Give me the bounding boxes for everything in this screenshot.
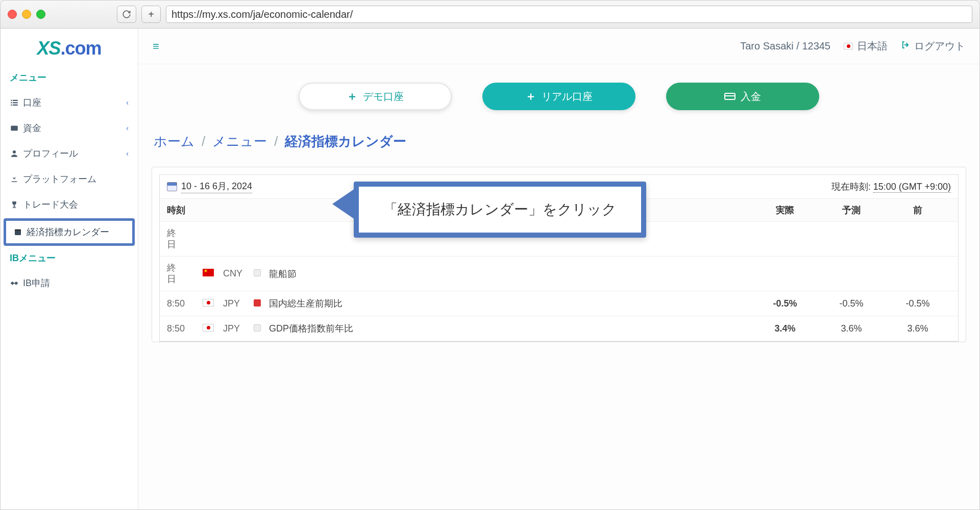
- calendar-small-icon: [167, 182, 177, 191]
- row-event: 国内総生産前期比: [269, 297, 752, 310]
- svg-point-7: [13, 150, 16, 154]
- sidebar-item-label: IB申請: [23, 277, 50, 289]
- row-previous: -0.5%: [885, 298, 951, 309]
- sidebar-item-ib-apply[interactable]: IB申請: [1, 270, 138, 296]
- breadcrumb-menu[interactable]: メニュー: [212, 133, 267, 150]
- list-icon: [10, 98, 23, 107]
- sidebar-item-label: 資金: [23, 122, 41, 134]
- date-range-label: 10 - 16 6月, 2024: [181, 180, 252, 193]
- minimize-window-icon[interactable]: [22, 10, 31, 19]
- breadcrumb-home[interactable]: ホーム: [154, 133, 194, 150]
- flag-jp-icon: [203, 299, 214, 307]
- demo-account-button[interactable]: ＋ デモ口座: [299, 83, 452, 110]
- svg-rect-0: [11, 100, 12, 101]
- sidebar-item-platform[interactable]: プラットフォーム: [1, 166, 138, 192]
- sidebar-item-contest[interactable]: トレード大会: [1, 192, 138, 217]
- svg-rect-6: [11, 126, 18, 131]
- plus-icon: ＋: [347, 89, 358, 104]
- flag-jp-icon: [844, 43, 853, 49]
- breadcrumb-sep: /: [274, 134, 278, 149]
- new-tab-button[interactable]: +: [141, 6, 161, 23]
- row-flag: [203, 298, 223, 309]
- svg-rect-3: [13, 102, 18, 103]
- calendar-panel: 10 - 16 6月, 2024 現在時刻: 15:00 (GMT +9:00)…: [152, 167, 966, 342]
- header-forecast: 予測: [818, 204, 885, 216]
- current-time: 現在時刻: 15:00 (GMT +9:00): [831, 181, 951, 193]
- maximize-window-icon[interactable]: [36, 10, 45, 19]
- sidebar: XS.com メニュー 口座 ‹ 資金 ‹ プロフィール ‹ プラットフォーム …: [1, 29, 138, 509]
- deposit-button[interactable]: 入金: [666, 83, 819, 110]
- logo-com: com: [65, 38, 102, 59]
- logo[interactable]: XS.com: [1, 29, 138, 66]
- chevron-left-icon: ‹: [126, 124, 129, 132]
- row-forecast: -0.5%: [818, 298, 885, 309]
- deposit-label: 入金: [741, 90, 761, 104]
- callout-arrow-icon: [332, 189, 355, 219]
- url-bar[interactable]: https://my.xs.com/ja/economic-calendar/: [166, 6, 972, 23]
- language-selector[interactable]: 日本語: [844, 39, 888, 53]
- now-label: 現在時刻:: [831, 182, 871, 192]
- svg-rect-9: [15, 230, 21, 231]
- sidebar-item-label: トレード大会: [23, 198, 78, 211]
- row-flag: [203, 323, 223, 334]
- importance-icon: [254, 269, 261, 276]
- sidebar-item-label: 経済指標カレンダー: [27, 226, 109, 238]
- row-time: 8:50: [167, 323, 203, 335]
- sidebar-item-account[interactable]: 口座 ‹: [1, 90, 138, 115]
- row-flag: [203, 268, 223, 279]
- main-content: ≡ Taro Sasaki / 12345 日本語 ログアウト ＋ デモ口座 ＋…: [138, 29, 979, 509]
- handshake-icon: [10, 278, 23, 288]
- instruction-callout: 「経済指標カレンダー」をクリック: [354, 182, 646, 238]
- row-importance: [254, 268, 269, 279]
- sidebar-item-calendar[interactable]: 経済指標カレンダー: [4, 218, 135, 246]
- header-actual: 実際: [752, 204, 818, 216]
- row-actual: 3.4%: [752, 323, 818, 334]
- account-actions: ＋ デモ口座 ＋ リアル口座 入金: [138, 64, 979, 129]
- svg-rect-5: [13, 105, 18, 106]
- breadcrumb-current: 経済指標カレンダー: [285, 133, 406, 150]
- sidebar-section-menu: メニュー: [1, 66, 138, 90]
- sidebar-item-label: 口座: [23, 96, 41, 109]
- calendar-row[interactable]: 8:50JPY国内総生産前期比-0.5%-0.5%-0.5%: [160, 291, 958, 316]
- chevron-left-icon: ‹: [126, 98, 129, 107]
- importance-icon: [254, 299, 261, 307]
- row-previous: 3.6%: [885, 323, 951, 334]
- calendar-rows: 終日終日CNY龍船節8:50JPY国内総生産前期比-0.5%-0.5%-0.5%…: [160, 222, 958, 341]
- svg-rect-2: [11, 102, 12, 103]
- sidebar-item-funds[interactable]: 資金 ‹: [1, 115, 138, 141]
- url-text: https://my.xs.com/ja/economic-calendar/: [172, 9, 353, 20]
- app-shell: XS.com メニュー 口座 ‹ 資金 ‹ プロフィール ‹ プラットフォーム …: [0, 29, 980, 510]
- row-currency: JPY: [223, 298, 254, 309]
- real-account-button[interactable]: ＋ リアル口座: [482, 83, 635, 110]
- sidebar-item-label: プロフィール: [23, 147, 78, 160]
- calendar-row[interactable]: 終日CNY龍船節: [160, 257, 958, 291]
- trophy-icon: [10, 200, 23, 209]
- demo-label: デモ口座: [363, 90, 404, 104]
- sidebar-section-ib: IBメニュー: [1, 247, 138, 270]
- logout-icon: [901, 40, 910, 52]
- logo-dot: .: [60, 38, 65, 59]
- row-event: GDP価格指数前年比: [269, 322, 752, 335]
- calendar-row[interactable]: 8:50JPYGDP価格指数前年比3.4%3.6%3.6%: [160, 316, 958, 341]
- card-icon: [724, 93, 736, 100]
- date-range-picker[interactable]: 10 - 16 6月, 2024: [167, 180, 252, 193]
- svg-rect-4: [11, 105, 12, 106]
- logout-label: ログアウト: [914, 39, 965, 53]
- calendar-icon: [13, 227, 27, 237]
- reload-button[interactable]: [117, 6, 136, 23]
- user-label[interactable]: Taro Sasaki / 12345: [740, 40, 830, 52]
- header-previous: 前: [885, 204, 951, 216]
- breadcrumb-sep: /: [202, 134, 205, 149]
- user-icon: [10, 149, 23, 158]
- logout-button[interactable]: ログアウト: [901, 39, 965, 53]
- sidebar-item-profile[interactable]: プロフィール ‹: [1, 141, 138, 166]
- plus-icon: ＋: [525, 89, 536, 104]
- traffic-lights: [8, 10, 45, 19]
- header-time: 時刻: [167, 204, 203, 216]
- callout-text: 「経済指標カレンダー」をクリック: [359, 187, 641, 233]
- svg-rect-1: [13, 100, 18, 101]
- hamburger-icon[interactable]: ≡: [153, 40, 159, 53]
- flag-jp-icon: [203, 324, 214, 332]
- real-label: リアル口座: [542, 90, 593, 104]
- close-window-icon[interactable]: [8, 10, 17, 19]
